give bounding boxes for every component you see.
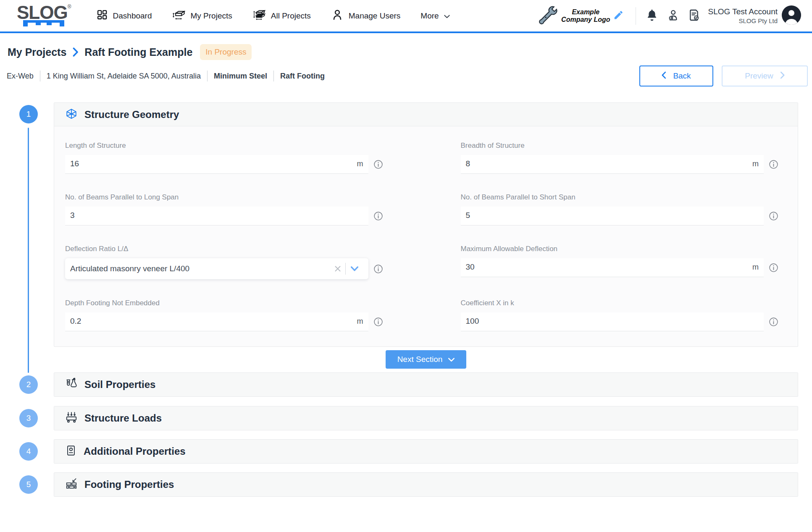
info-icon[interactable]	[373, 211, 383, 221]
breadcrumb-my-projects[interactable]: My Projects	[8, 46, 66, 58]
meta-option-footing: Raft Footing	[280, 72, 325, 81]
section-header-additional-properties[interactable]: Additional Properties	[54, 440, 798, 463]
avatar[interactable]	[782, 5, 801, 26]
deflection-ratio-select[interactable]: Articulated masonry veneer L/400	[65, 258, 368, 280]
nav-label: All Projects	[271, 11, 311, 21]
field-label: Length of Structure	[65, 142, 383, 150]
info-icon[interactable]	[373, 264, 383, 274]
preview-label: Preview	[745, 71, 773, 81]
section-title: Additional Properties	[84, 446, 186, 457]
length-of-structure-input[interactable]: 16 m	[65, 155, 368, 174]
field-unit: m	[357, 317, 363, 326]
info-icon[interactable]	[373, 160, 383, 169]
meta-option-steel: Minimum Steel	[214, 72, 267, 81]
account-text: SLOG Test Account SLOG Pty Ltd	[708, 7, 778, 24]
step-indicator-3[interactable]: 3	[19, 409, 38, 427]
status-badge: In Progress	[200, 44, 252, 60]
back-button[interactable]: Back	[639, 66, 713, 86]
field-unit: m	[357, 160, 363, 168]
chevron-right-icon	[72, 47, 79, 57]
nav-dashboard[interactable]: Dashboard	[96, 9, 152, 23]
distributed-load-icon	[65, 411, 78, 425]
section-card-additional-properties: Additional Properties	[54, 439, 798, 464]
nav-my-projects[interactable]: My Projects	[172, 9, 232, 23]
breadcrumb: My Projects Raft Footing Example In Prog…	[8, 43, 812, 61]
step-indicator-4[interactable]: 4	[19, 442, 38, 461]
info-icon[interactable]	[769, 263, 778, 273]
beams-long-span-input[interactable]: 3	[65, 207, 368, 225]
field-unit: m	[752, 160, 759, 168]
header-actions: Back Preview	[639, 66, 808, 86]
project-meta-row: Ex-Web 1 King William St, Adelaide SA 50…	[7, 65, 812, 87]
slog-logo[interactable]: SLOG®	[17, 5, 71, 26]
info-icon[interactable]	[769, 160, 778, 169]
user-referral-button[interactable]	[666, 8, 680, 24]
meta-mode: Ex-Web	[7, 72, 34, 81]
max-allowable-deflection-input[interactable]: 30 m	[461, 258, 764, 277]
id-badge-icon	[65, 444, 77, 459]
field-label: Deflection Ratio L/Δ	[65, 245, 383, 253]
field-value: 8	[466, 159, 753, 168]
company-logo[interactable]: Example Company Logo	[538, 5, 623, 27]
clear-icon[interactable]	[330, 265, 345, 272]
structure-geometry-form: Length of Structure 16 m Breadth of Stru…	[54, 126, 798, 331]
document-check-button[interactable]	[687, 8, 701, 24]
field-value: 100	[466, 317, 759, 326]
section-card-structure-loads: Structure Loads	[54, 406, 798, 430]
nav-all-projects[interactable]: All Projects	[252, 8, 311, 23]
info-icon[interactable]	[373, 317, 383, 327]
slog-logo-text: SLOG®	[17, 5, 71, 20]
chevron-down-icon[interactable]	[346, 266, 363, 271]
section-card-footing-properties: Footing Properties	[54, 472, 798, 497]
field-label: Coefficient X in k	[461, 299, 779, 307]
info-icon[interactable]	[769, 317, 778, 327]
wrench-icon	[538, 5, 559, 27]
slab-icon	[172, 9, 185, 23]
section-title: Soil Properties	[84, 379, 155, 390]
section-header-structure-geometry[interactable]: Structure Geometry	[54, 103, 798, 126]
page-title: Raft Footing Example	[84, 46, 192, 58]
field-label: Depth Footing Not Embedded	[65, 299, 383, 307]
field-beams-long-span: No. of Beams Parallel to Long Span 3	[65, 193, 383, 225]
depth-footing-input[interactable]: 0.2 m	[65, 312, 368, 331]
nav-manage-users[interactable]: Manage Users	[331, 8, 401, 23]
section-title: Structure Geometry	[84, 109, 179, 121]
chevron-down-icon	[444, 11, 450, 21]
info-icon[interactable]	[769, 211, 778, 221]
beams-short-span-input[interactable]: 5	[461, 207, 764, 225]
chevron-left-icon	[662, 71, 666, 81]
geometry-cube-icon	[65, 107, 78, 122]
field-deflection-ratio: Deflection Ratio L/Δ Articulated masonry…	[65, 245, 383, 280]
notifications-button[interactable]	[645, 8, 659, 24]
section-header-soil-properties[interactable]: Soil Properties	[54, 373, 798, 396]
account-org: SLOG Pty Ltd	[708, 17, 778, 24]
step-indicator-2[interactable]: 2	[19, 375, 38, 394]
chevron-right-icon	[780, 71, 785, 81]
step-indicator-1[interactable]: 1	[19, 105, 38, 123]
meta-separator	[207, 71, 208, 81]
project-meta: Ex-Web 1 King William St, Adelaide SA 50…	[7, 71, 325, 81]
next-section-button[interactable]: Next Section	[386, 350, 467, 369]
bell-icon	[645, 8, 659, 24]
section-header-structure-loads[interactable]: Structure Loads	[54, 406, 798, 430]
primary-nav: Dashboard My Projects All P	[96, 8, 450, 23]
section-header-footing-properties[interactable]: Footing Properties	[54, 473, 798, 496]
field-length-of-structure: Length of Structure 16 m	[65, 142, 383, 174]
field-max-allowable-deflection: Maximum Allowable Deflection 30 m	[461, 245, 779, 280]
nav-label: My Projects	[190, 11, 232, 21]
user-referral-icon	[666, 8, 680, 24]
field-value: 5	[466, 211, 759, 220]
navbar-divider	[636, 7, 636, 25]
preview-button[interactable]: Preview	[722, 66, 808, 86]
coefficient-x-input[interactable]: 100	[461, 312, 764, 331]
field-value: 30	[466, 262, 753, 272]
pencil-icon[interactable]	[613, 10, 624, 22]
step-indicator-5[interactable]: 5	[19, 475, 38, 494]
section-card-structure-geometry: Structure Geometry Length of Structure 1…	[54, 102, 798, 347]
chevron-down-icon	[448, 355, 455, 364]
breadth-of-structure-input[interactable]: 8 m	[461, 155, 764, 174]
account-menu[interactable]: SLOG Test Account SLOG Pty Ltd	[708, 5, 801, 26]
field-label: Maximum Allowable Deflection	[461, 245, 779, 253]
field-breadth-of-structure: Breadth of Structure 8 m	[461, 142, 779, 174]
nav-more[interactable]: More	[420, 11, 449, 21]
